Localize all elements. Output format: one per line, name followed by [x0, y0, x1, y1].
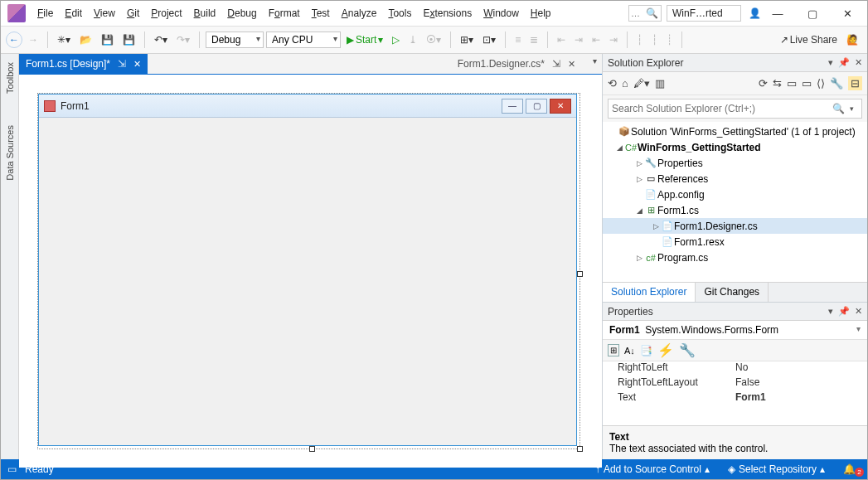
resize-handle-right[interactable]	[577, 271, 583, 277]
tree-form1-designer[interactable]: ▷📄Form1.Designer.cs	[603, 218, 867, 234]
tab-close-icon[interactable]: ✕	[133, 59, 141, 70]
select-repository[interactable]: ◈ Select Repository ▴	[723, 463, 830, 475]
tree-references[interactable]: ▷▭References	[603, 171, 867, 187]
save-all-button[interactable]: 💾	[119, 32, 138, 48]
tree-form1[interactable]: ◢⊞Form1.cs	[603, 202, 867, 218]
tab-form1-designer-cs[interactable]: Form1.Designer.cs* ⇲ ✕	[451, 54, 582, 74]
se-tool-icon[interactable]: ▭	[802, 77, 812, 90]
form-designer-surface[interactable]: Form1 — ▢ ✕	[19, 74, 602, 468]
user-icon[interactable]: 👤	[748, 7, 761, 20]
toolbox-tab[interactable]: Toolbox	[3, 59, 17, 97]
layout-btn-1[interactable]: ⊞▾	[457, 32, 477, 48]
resize-handle-bottom[interactable]	[309, 446, 315, 452]
menu-window[interactable]: Window	[478, 4, 524, 22]
menu-build[interactable]: Build	[189, 4, 221, 22]
categorize-icon[interactable]: ⊞	[608, 344, 619, 356]
feedback-icon[interactable]: 🙋	[843, 32, 862, 48]
spacing-1[interactable]: ┆	[633, 32, 646, 48]
se-tool-icon[interactable]: ▥	[655, 77, 665, 90]
quick-search[interactable]: 🔍	[628, 5, 662, 22]
property-row[interactable]: RightToLeftLayoutFalse	[603, 376, 867, 391]
properties-object[interactable]: Form1 System.Windows.Forms.Form ▾	[603, 321, 867, 340]
config-dropdown[interactable]: Debug	[206, 32, 264, 48]
menu-help[interactable]: Help	[526, 4, 556, 22]
panel-close-icon[interactable]: ✕	[855, 57, 862, 68]
menu-extensions[interactable]: Extensions	[418, 4, 477, 22]
indent-2[interactable]: ⇥	[571, 32, 586, 48]
se-refresh-icon[interactable]: ⟳	[759, 77, 768, 90]
start-debug-button[interactable]: ▶ Start ▾	[343, 32, 386, 48]
tab-git-changes[interactable]: Git Changes	[696, 283, 769, 302]
wf-minimize-icon[interactable]: —	[502, 99, 523, 114]
se-tool-icon[interactable]: ▭	[787, 77, 797, 90]
new-item-button[interactable]: ✳▾	[54, 32, 74, 48]
status-output-icon[interactable]: ▭	[7, 463, 17, 475]
nav-back-button[interactable]: ←	[6, 32, 22, 48]
solution-tree[interactable]: 📦Solution 'WinForms_GettingStarted' (1 o…	[603, 122, 867, 282]
step-button[interactable]: ⤓	[405, 32, 420, 48]
winform-preview[interactable]: Form1 — ▢ ✕	[38, 94, 577, 446]
se-home-icon[interactable]: ⌂	[622, 77, 628, 90]
align-1[interactable]: ≡	[512, 32, 524, 48]
layout-btn-2[interactable]: ⊡▾	[479, 32, 499, 48]
menu-project[interactable]: Project	[146, 4, 187, 22]
pin-icon[interactable]: ⇲	[115, 57, 129, 70]
quick-search-input[interactable]	[631, 8, 646, 18]
props-pages-icon[interactable]: 📑	[640, 345, 652, 356]
property-row[interactable]: RightToLeftNo	[603, 361, 867, 376]
window-dropdown-icon[interactable]: ▾	[828, 57, 833, 68]
menu-debug[interactable]: Debug	[222, 4, 261, 22]
minimize-button[interactable]: —	[761, 2, 794, 24]
spacing-2[interactable]: ┆	[648, 32, 661, 48]
spacing-3[interactable]: ┊	[663, 32, 676, 48]
tree-properties[interactable]: ▷🔧Properties	[603, 155, 867, 171]
menu-test[interactable]: Test	[307, 4, 335, 22]
menu-view[interactable]: View	[89, 4, 120, 22]
undo-button[interactable]: ↶▾	[151, 32, 171, 48]
tab-form1-design[interactable]: Form1.cs [Design]* ⇲ ✕	[19, 54, 148, 74]
wf-close-icon[interactable]: ✕	[550, 99, 571, 114]
pin-icon[interactable]: 📌	[838, 306, 850, 317]
menu-tools[interactable]: Tools	[383, 4, 416, 22]
resize-handle-corner[interactable]	[577, 446, 583, 452]
wrench-icon[interactable]: 🔧	[679, 342, 696, 358]
solution-name-box[interactable]: WinF…rted	[667, 5, 741, 22]
tree-form1-resx[interactable]: 📄Form1.resx	[603, 234, 867, 250]
stop-button[interactable]: ⦿▾	[423, 32, 444, 48]
indent-1[interactable]: ⇤	[554, 32, 569, 48]
se-tool-icon[interactable]: ⟨⟩	[817, 77, 825, 90]
pin-icon[interactable]: ⇲	[550, 57, 563, 70]
menu-git[interactable]: Git	[122, 4, 144, 22]
tab-solution-explorer[interactable]: Solution Explorer	[603, 283, 696, 302]
redo-button[interactable]: ↷▾	[173, 32, 193, 48]
se-wrench-icon[interactable]: 🔧	[830, 77, 843, 90]
se-tool-icon[interactable]: 🖉▾	[633, 77, 650, 90]
notifications-button[interactable]: 🔔2	[838, 463, 861, 475]
panel-close-icon[interactable]: ✕	[855, 306, 862, 317]
events-icon[interactable]: ⚡	[657, 342, 674, 358]
maximize-button[interactable]: ▢	[796, 2, 829, 24]
menu-file[interactable]: File	[32, 4, 58, 22]
align-2[interactable]: ≣	[526, 32, 541, 48]
tree-solution-root[interactable]: 📦Solution 'WinForms_GettingStarted' (1 o…	[603, 124, 867, 139]
se-properties-icon[interactable]: ⊟	[848, 76, 862, 90]
properties-grid[interactable]: RightToLeftNoRightToLeftLayoutFalseTextF…	[603, 361, 867, 425]
menu-format[interactable]: Format	[264, 4, 305, 22]
start-nodebug-button[interactable]: ▷	[389, 32, 403, 48]
search-dropdown-icon[interactable]: ▾	[845, 102, 858, 115]
sort-icon[interactable]: A↓	[624, 346, 635, 356]
pin-icon[interactable]: 📌	[838, 57, 850, 68]
add-to-source-control[interactable]: ↑ Add to Source Control ▴	[590, 463, 715, 475]
open-button[interactable]: 📂	[76, 32, 95, 48]
tab-close-icon[interactable]: ✕	[568, 59, 575, 70]
platform-dropdown[interactable]: Any CPU	[266, 32, 341, 48]
tabs-dropdown-icon[interactable]: ▾	[593, 56, 597, 65]
menu-analyze[interactable]: Analyze	[337, 4, 382, 22]
indent-3[interactable]: ⇤	[589, 32, 604, 48]
solution-explorer-search[interactable]: 🔍 ▾	[608, 99, 862, 119]
se-search-input[interactable]	[612, 103, 832, 114]
window-dropdown-icon[interactable]: ▾	[828, 306, 833, 317]
nav-fwd-button[interactable]: →	[25, 32, 41, 48]
close-button[interactable]: ✕	[831, 2, 864, 24]
tree-program[interactable]: ▷c#Program.cs	[603, 250, 867, 265]
